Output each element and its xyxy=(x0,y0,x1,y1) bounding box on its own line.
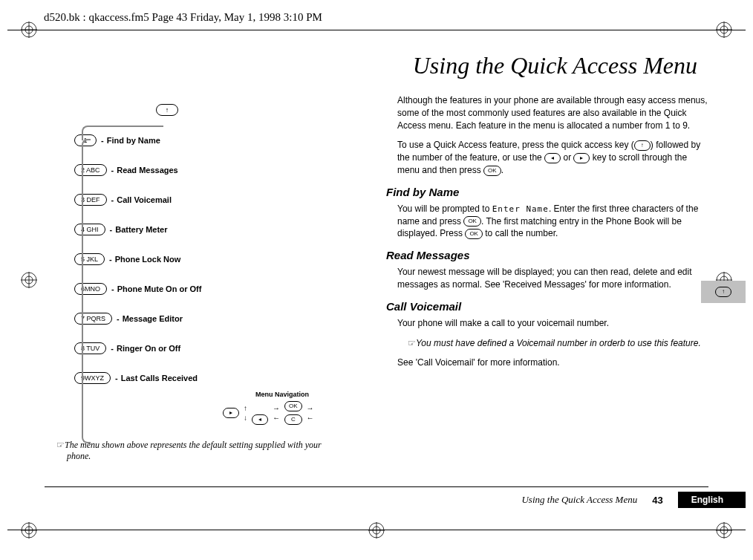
up-key-inline: ↑ xyxy=(634,140,651,151)
menu-item-label: Message Editor xyxy=(123,314,183,323)
footer-section-title: Using the Quick Access Menu xyxy=(521,494,637,506)
left-key-inline: ◂ xyxy=(544,153,561,163)
right-column: Although the features in your phone are … xyxy=(371,94,708,462)
menu-item-label: Ringer On or Off xyxy=(117,344,180,353)
menu-item-label: Last Calls Received xyxy=(121,374,198,382)
crop-line-top xyxy=(7,30,746,30)
read-messages-heading: Read Messages xyxy=(386,247,708,263)
menu-item-6: 6MNO-Phone Mute On or Off xyxy=(74,283,342,295)
nav-left-key: ◂ xyxy=(252,414,268,425)
nav-ok-key: OK xyxy=(284,401,302,411)
hand-icon: ☞ xyxy=(56,440,65,450)
menu-item-2: 2 ABC-Read Messages xyxy=(74,164,342,176)
regmark-mid-left xyxy=(21,272,37,288)
footer-language: English xyxy=(678,492,746,508)
menu-item-3: 3 DEF-Call Voicemail xyxy=(74,194,342,206)
call-voicemail-heading: Call Voicemail xyxy=(386,299,708,314)
call-voicemail-body: Your phone will make a call to your voic… xyxy=(397,317,708,330)
intro-paragraph-2: To use a Quick Access feature, press the… xyxy=(397,139,708,176)
menu-item-4: 4 GHI-Battery Meter xyxy=(74,224,342,235)
hand-icon-2: ☞ xyxy=(408,338,416,348)
regmark-bottom-left xyxy=(21,522,37,538)
read-messages-body: Your newest message will be displayed; y… xyxy=(397,266,708,291)
page-title: Using the Quick Access Menu xyxy=(45,52,708,79)
crop-line-bottom xyxy=(7,530,746,530)
nav-right-key: ▸ xyxy=(223,408,239,418)
side-tab-up-key: ↑ xyxy=(715,287,731,297)
menu-item-8: 8 TUV-Ringer On or Off xyxy=(74,342,342,354)
footer-page-number: 43 xyxy=(652,495,662,506)
lcd-enter-name: Enter Name xyxy=(492,204,549,214)
key-6: 6MNO xyxy=(74,283,107,295)
menu-item-label: Battery Meter xyxy=(115,225,167,234)
ok-key-inline-2: OK xyxy=(463,216,481,227)
menu-item-7: 7 PQRS-Message Editor xyxy=(74,313,342,325)
menu-item-9: 9WXYZ-Last Calls Received xyxy=(74,372,342,384)
voicemail-note: ☞You must have defined a Voicemail numbe… xyxy=(397,337,708,350)
header-file-path: d520.bk : qkaccess.fm5 Page 43 Friday, M… xyxy=(44,11,322,24)
regmark-mid-bottom xyxy=(368,522,385,538)
menu-item-label: Phone Mute On or Off xyxy=(117,284,202,293)
intro-paragraph-1: Although the features in your phone are … xyxy=(397,94,708,131)
menu-item-5: 5 JKL-Phone Lock Now xyxy=(74,253,342,265)
key-7: 7 PQRS xyxy=(74,313,112,325)
page-footer: Using the Quick Access Menu 43 English xyxy=(45,492,746,508)
call-voicemail-body-2: See 'Call Voicemail' for more informatio… xyxy=(397,356,708,369)
right-key-inline: ▸ xyxy=(573,153,590,163)
nav-title: Menu Navigation xyxy=(223,391,342,398)
menu-item-label: Phone Lock Now xyxy=(115,255,181,264)
menu-item-label: Read Messages xyxy=(117,166,178,175)
find-by-name-body: You will be prompted to Enter Name. Ente… xyxy=(397,203,708,240)
regmark-bottom-right xyxy=(716,522,732,538)
up-key-top: ↑ xyxy=(156,104,178,116)
side-tab: ↑ xyxy=(701,281,746,303)
menu-item-label: Call Voicemail xyxy=(117,195,172,204)
left-column: ↑ 1 -Find by Name2 ABC-Read Messages3 DE… xyxy=(45,94,342,462)
nav-c-key: C xyxy=(284,414,302,425)
footer-rule xyxy=(45,486,708,487)
ok-key-inline-3: OK xyxy=(465,229,483,239)
ok-key-inline: OK xyxy=(483,166,501,176)
menu-navigation-diagram: Menu Navigation ▸ ↑↓ x ◂ →← OK C xyxy=(223,391,342,425)
key-9: 9WXYZ xyxy=(74,372,111,384)
find-by-name-heading: Find by Name xyxy=(386,184,708,200)
quick-access-menu-diagram: ↑ 1 -Find by Name2 ABC-Read Messages3 DE… xyxy=(45,94,342,425)
